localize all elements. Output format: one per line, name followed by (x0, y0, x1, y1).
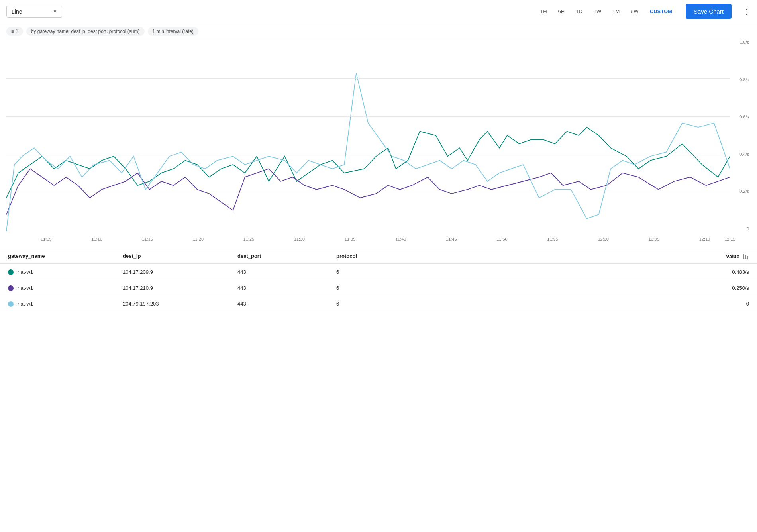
time-btn-1m[interactable]: 1M (612, 7, 620, 16)
x-label-8: 11:45 (446, 237, 457, 241)
svg-rect-2 (747, 256, 748, 259)
chart-container: 1.0/s 0.8/s 0.6/s 0.4/s 0.2/s 0 11:05 (6, 40, 751, 247)
x-label-13: 12:10 (699, 237, 710, 241)
td-value-0: 0.483/s (451, 269, 749, 275)
time-btn-custom[interactable]: CUSTOM (649, 7, 673, 16)
td-protocol-2: 6 (336, 301, 448, 307)
y-label-0: 1.0/s (739, 40, 749, 45)
filter-count-pill[interactable]: ≡ 1 (6, 27, 23, 36)
td-dest-ip-2: 204.79.197.203 (123, 301, 234, 307)
row-color-dot-1 (8, 285, 14, 291)
td-value-1: 0.250/s (451, 285, 749, 291)
y-label-1: 0.8/s (739, 77, 749, 82)
th-value: Value (451, 253, 749, 259)
x-label-14: 12:15 (724, 237, 735, 241)
dropdown-arrow-icon: ▼ (53, 9, 57, 14)
chart-type-label: Line (12, 8, 22, 15)
filter-interval-pill[interactable]: 1 min interval (rate) (148, 27, 198, 36)
td-dest-ip-0: 104.17.209.9 (123, 269, 234, 275)
time-btn-1w[interactable]: 1W (593, 7, 602, 16)
td-protocol-0: 6 (336, 269, 448, 275)
chart-x-axis: 11:05 11:10 11:15 11:20 11:25 11:30 11:3… (6, 231, 730, 247)
x-label-7: 11:40 (395, 237, 406, 241)
row-color-dot-0 (8, 269, 14, 275)
x-label-9: 11:50 (496, 237, 508, 241)
filter-interval-label: 1 min interval (rate) (153, 29, 194, 34)
x-label-12: 12:05 (649, 237, 660, 241)
x-label-0: 11:05 (41, 237, 52, 241)
td-value-2: 0 (451, 301, 749, 307)
time-btn-6h[interactable]: 6H (557, 7, 566, 16)
column-sort-icon[interactable] (743, 253, 749, 259)
td-name-label-2: nat-w1 (18, 301, 33, 307)
table-row: nat-w1 204.79.197.203 443 6 0 (0, 296, 757, 312)
x-label-11: 12:00 (598, 237, 609, 241)
grid-line-2 (6, 116, 730, 117)
chart-area (6, 40, 730, 231)
table-row: nat-w1 104.17.209.9 443 6 0.483/s (0, 264, 757, 280)
y-label-5: 0 (747, 226, 749, 231)
y-label-2: 0.6/s (739, 114, 749, 119)
table-header: gateway_name dest_ip dest_port protocol … (0, 249, 757, 264)
chart-y-axis: 1.0/s 0.8/s 0.6/s 0.4/s 0.2/s 0 (732, 40, 751, 231)
grid-line-top (6, 40, 730, 40)
th-protocol: protocol (336, 253, 448, 259)
svg-rect-1 (745, 255, 746, 259)
grid-line-1 (6, 78, 730, 79)
grid-line-3 (6, 155, 730, 155)
y-label-4: 0.2/s (739, 189, 749, 194)
x-label-2: 11:15 (142, 237, 153, 241)
td-gateway-name-0: nat-w1 (8, 269, 120, 275)
td-dest-port-2: 443 (237, 301, 333, 307)
table-row: nat-w1 104.17.210.9 443 6 0.250/s (0, 280, 757, 296)
x-label-5: 11:30 (294, 237, 305, 241)
filter-group-pill[interactable]: by gateway name, dest ip, dest port, pro… (26, 27, 145, 36)
th-dest-ip: dest_ip (123, 253, 234, 259)
td-gateway-name-1: nat-w1 (8, 285, 120, 291)
time-btn-6w[interactable]: 6W (630, 7, 639, 16)
y-label-3: 0.4/s (739, 152, 749, 157)
time-controls: 1H 6H 1D 1W 1M 6W CUSTOM Save Chart ⋮ (539, 4, 751, 19)
td-dest-ip-1: 104.17.210.9 (123, 285, 234, 291)
time-btn-1h[interactable]: 1H (539, 7, 548, 16)
more-options-icon[interactable]: ⋮ (743, 7, 751, 16)
x-label-10: 11:55 (547, 237, 558, 241)
td-name-label-0: nat-w1 (18, 269, 33, 275)
td-protocol-1: 6 (336, 285, 448, 291)
data-table: gateway_name dest_ip dest_port protocol … (0, 249, 757, 312)
save-chart-button[interactable]: Save Chart (686, 4, 732, 19)
filter-icon: ≡ (11, 29, 14, 34)
x-label-3: 11:20 (192, 237, 204, 241)
td-gateway-name-2: nat-w1 (8, 301, 120, 307)
th-dest-port: dest_port (237, 253, 333, 259)
x-label-1: 11:10 (91, 237, 102, 241)
x-label-4: 11:25 (243, 237, 255, 241)
svg-rect-0 (743, 254, 744, 259)
x-label-6: 11:35 (345, 237, 356, 241)
td-name-label-1: nat-w1 (18, 285, 33, 291)
chart-type-dropdown[interactable]: Line ▼ (6, 6, 62, 18)
row-color-dot-2 (8, 301, 14, 307)
th-gateway-name: gateway_name (8, 253, 120, 259)
grid-line-4 (6, 193, 730, 193)
filter-group-label: by gateway name, dest ip, dest port, pro… (31, 29, 140, 34)
td-dest-port-1: 443 (237, 285, 333, 291)
toolbar: Line ▼ 1H 6H 1D 1W 1M 6W CUSTOM Save Cha… (0, 0, 757, 23)
time-btn-1d[interactable]: 1D (575, 7, 583, 16)
th-value-label: Value (726, 253, 739, 259)
td-dest-port-0: 443 (237, 269, 333, 275)
chart-grid (6, 40, 730, 231)
filter-count: 1 (16, 29, 18, 34)
filter-bar: ≡ 1 by gateway name, dest ip, dest port,… (0, 23, 757, 40)
